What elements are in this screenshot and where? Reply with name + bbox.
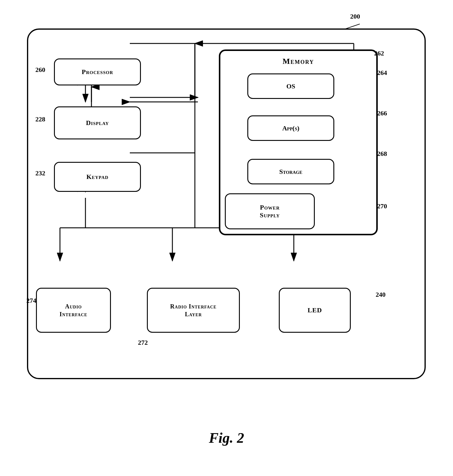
apps-label: App(s) [282,124,299,132]
storage-box: Storage [247,159,334,184]
processor-label: Processor [82,68,113,76]
processor-box: Processor [54,58,141,85]
keypad-label: Keypad [86,173,109,181]
audio-interface-box: AudioInterface [36,288,111,333]
display-label: Display [86,119,109,127]
ref-272: 272 [138,339,148,347]
keypad-box: Keypad [54,162,141,192]
display-box: Display [54,106,141,139]
ref-266: 266 [377,109,387,117]
apps-box: App(s) [247,115,334,141]
power-supply-label: PowerSupply [260,204,280,219]
ref-274: 274 [26,297,36,305]
figure-caption: Fig. 2 [209,430,244,446]
os-label: OS [286,82,295,90]
ref-228: 228 [35,115,45,123]
diagram-ref-200: 200 [350,13,360,20]
ref-268: 268 [377,150,387,158]
ref-270: 270 [377,202,387,210]
page: 200 [0,0,453,476]
os-box: OS [247,73,334,99]
power-supply-box: PowerSupply [225,193,315,229]
radio-interface-layer-label: Radio InterfaceLayer [170,302,217,318]
radio-interface-layer-box: Radio InterfaceLayer [147,288,240,333]
ref-240: 240 [376,291,386,299]
audio-interface-label: AudioInterface [60,302,88,318]
memory-label: Memory [220,57,376,66]
led-box: LED [279,288,351,333]
ref-232: 232 [35,169,45,177]
storage-label: Storage [279,168,302,176]
led-label: LED [308,306,322,314]
ref-264: 264 [377,69,387,77]
ref-260: 260 [35,66,45,74]
ref-262: 262 [374,49,384,57]
